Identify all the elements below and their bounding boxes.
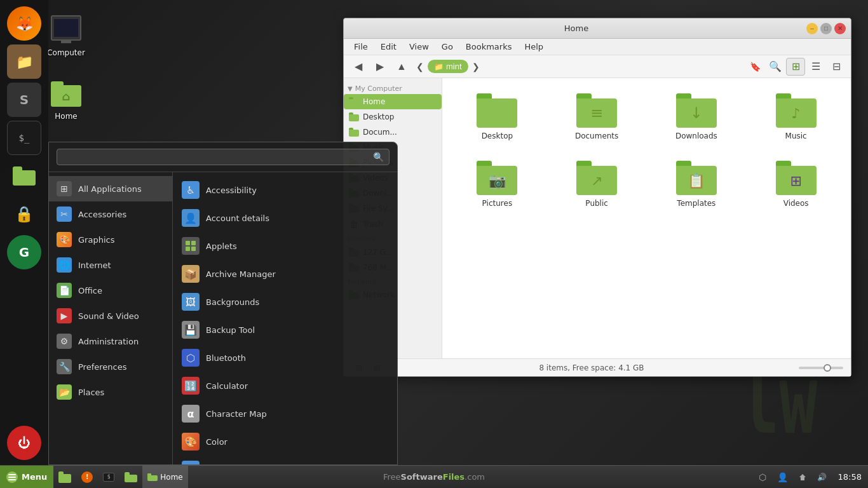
desktop: lw Computer ⌂ Home 🦊 📁 S — [0, 0, 868, 488]
file-videos[interactable]: ⊞ Videos — [751, 156, 841, 213]
file-music[interactable]: ♪ Music — [751, 88, 841, 146]
category-preferences[interactable]: 🔧 Preferences — [49, 354, 172, 379]
fm-forward-button[interactable]: ▶ — [370, 58, 390, 76]
fm-menu-view[interactable]: View — [404, 41, 434, 53]
category-graphics-icon: 🎨 — [57, 232, 72, 247]
file-desktop[interactable]: Desktop — [452, 88, 542, 146]
fm-view-icons-button[interactable]: ⊞ — [786, 58, 805, 76]
app-archive-manager[interactable]: 📦 Archive Manager — [173, 260, 397, 288]
taskbar-folder-icon[interactable] — [53, 466, 76, 488]
fm-location-bar: ❮ 📁 mint ❯ — [414, 58, 482, 75]
category-places-icon: 📂 — [57, 384, 72, 400]
desktop-icon-computer[interactable]: Computer — [41, 13, 92, 60]
fm-view-columns-button[interactable]: ⊟ — [827, 58, 846, 76]
menu-search-bar: 🔍 — [49, 142, 397, 172]
app-backup-tool[interactable]: 💾 Backup Tool — [173, 316, 397, 344]
fm-title: Home — [349, 24, 804, 33]
fm-status-text: 8 items, Free space: 4.1 GB — [390, 363, 794, 372]
app-backgrounds[interactable]: 🖼 Backgrounds — [173, 288, 397, 316]
menu-apps-list: ♿ Accessibility 👤 Account details — [173, 172, 397, 464]
dock-terminal[interactable]: $_ — [7, 121, 41, 155]
fm-menu-go[interactable]: Go — [437, 41, 458, 53]
fm-menu-help[interactable]: Help — [519, 41, 548, 53]
fm-menubar: File Edit View Go Bookmarks Help — [344, 39, 851, 55]
app-backup-icon: 💾 — [182, 321, 200, 339]
dock-power[interactable]: ⏻ — [7, 426, 41, 460]
app-account-icon: 👤 — [182, 209, 200, 227]
taskbar-home-shortcut[interactable] — [119, 466, 142, 488]
category-administration[interactable]: ⚙ Administration — [49, 329, 172, 354]
fm-menu-edit[interactable]: Edit — [376, 41, 402, 53]
category-internet[interactable]: 🌐 Internet — [49, 252, 172, 278]
app-applets-icon — [182, 237, 200, 255]
fm-sidebar-desktop[interactable]: Desktop — [344, 109, 442, 125]
file-pictures[interactable]: 📷 Pictures — [452, 156, 542, 213]
category-office[interactable]: 📄 Office — [49, 278, 172, 303]
menu-search-input[interactable] — [62, 152, 369, 162]
fm-sidebar-home[interactable]: Home — [344, 94, 442, 109]
app-accessibility-icon: ♿ — [182, 181, 200, 199]
category-graphics[interactable]: 🎨 Graphics — [49, 227, 172, 252]
app-charmap-icon: α — [182, 405, 200, 423]
app-applets[interactable]: Applets — [173, 232, 397, 260]
fm-titlebar: Home – □ ✕ — [344, 18, 851, 39]
fm-toolbar: ◀ ▶ ▲ ❮ 📁 mint ❯ 🔖 🔍 ⊞ ☰ ⊟ — [344, 55, 851, 78]
app-backgrounds-icon: 🖼 — [182, 293, 200, 311]
category-office-icon: 📄 — [57, 283, 72, 298]
fm-menu-bookmarks[interactable]: Bookmarks — [461, 41, 517, 53]
app-account-details[interactable]: 👤 Account details — [173, 204, 397, 232]
tray-bluetooth[interactable]: ⬡ — [754, 466, 771, 488]
tray-volume[interactable]: 🔊 — [812, 466, 832, 488]
fm-back-button[interactable]: ◀ — [349, 58, 368, 76]
fm-breadcrumb-mint[interactable]: 📁 mint — [428, 60, 468, 73]
file-manager-window: Home – □ ✕ File Edit View Go Bookmarks H… — [343, 18, 851, 377]
fm-view-list-button[interactable]: ☰ — [806, 58, 825, 76]
category-all[interactable]: ⊞ All Applications — [49, 176, 172, 201]
taskbar-active-window[interactable]: Home — [142, 466, 187, 488]
file-templates[interactable]: 📋 Templates — [652, 156, 742, 213]
dock-filezilla[interactable]: S — [7, 83, 41, 117]
computer-icon-label: Computer — [47, 48, 85, 57]
dock-home-folder[interactable] — [7, 159, 41, 193]
dock-lock[interactable]: 🔒 — [7, 197, 41, 231]
app-color[interactable]: 🎨 Color — [173, 428, 397, 456]
freesoftware-label: Free Software Files .com — [383, 472, 485, 482]
fm-menu-file[interactable]: File — [349, 41, 373, 53]
fm-breadcrumb-prev[interactable]: ❮ — [414, 58, 426, 75]
fm-maximize-button[interactable]: □ — [820, 23, 832, 34]
fm-sidebar-documents[interactable]: Docum... — [344, 125, 442, 140]
dock-firefox[interactable]: 🦊 — [7, 6, 41, 41]
category-accessories[interactable]: ✂ Accessories — [49, 201, 172, 227]
fm-zoom-slider[interactable] — [799, 367, 843, 369]
desktop-icon-home[interactable]: ⌂ Home — [41, 76, 92, 123]
category-places[interactable]: 📂 Places — [49, 379, 172, 405]
tray-network[interactable] — [793, 466, 812, 488]
category-sound-video[interactable]: ▶ Sound & Video — [49, 303, 172, 329]
taskbar-terminal[interactable]: $ — [98, 466, 119, 488]
file-public[interactable]: ↗ Public — [552, 156, 642, 213]
svg-rect-0 — [8, 474, 16, 475]
app-date-time[interactable]: 🕐 Date & Time — [173, 456, 397, 464]
dock-grammarly[interactable]: G — [7, 235, 41, 269]
fm-up-button[interactable]: ▲ — [392, 58, 411, 76]
fm-close-button[interactable]: ✕ — [834, 23, 846, 34]
fm-bookmark-button[interactable]: 🔖 — [745, 58, 764, 76]
file-downloads[interactable]: ↓ Downloads — [652, 88, 742, 146]
app-bluetooth[interactable]: ⬡ Bluetooth — [173, 344, 397, 372]
app-character-map[interactable]: α Character Map — [173, 400, 397, 428]
dock-files[interactable]: 📁 — [7, 44, 41, 79]
fm-search-button[interactable]: 🔍 — [766, 58, 785, 76]
tray-user[interactable]: 👤 — [772, 466, 793, 488]
taskbar-menu-button[interactable]: Menu — [0, 466, 53, 488]
fm-main-content: Desktop ≡ Documents — [442, 78, 851, 358]
fm-minimize-button[interactable]: – — [806, 23, 818, 34]
start-menu: 🔍 ⊞ All Applications ✂ Accessories 🎨 Gra… — [48, 142, 398, 465]
category-accessories-icon: ✂ — [57, 207, 72, 222]
taskbar-update-icon[interactable]: ! — [76, 466, 98, 488]
fm-breadcrumb-next[interactable]: ❯ — [470, 58, 482, 75]
app-calculator[interactable]: 🔢 Calculator — [173, 372, 397, 400]
file-documents[interactable]: ≡ Documents — [552, 88, 642, 146]
app-accessibility[interactable]: ♿ Accessibility — [173, 176, 397, 204]
app-calculator-icon: 🔢 — [182, 377, 200, 395]
taskbar-clock[interactable]: 18:58 — [832, 466, 868, 488]
